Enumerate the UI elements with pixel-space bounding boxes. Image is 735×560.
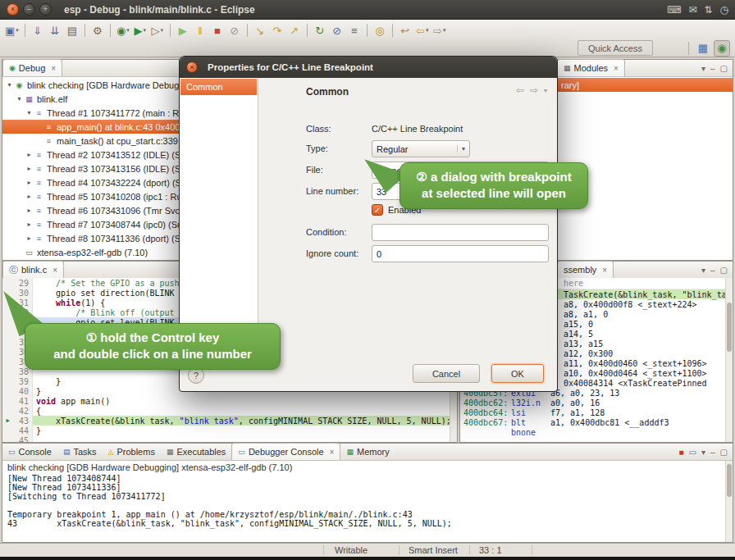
debug-icon[interactable]: ◉▾	[115, 22, 131, 39]
window-minimize-icon[interactable]: –	[23, 3, 35, 16]
maximize-icon[interactable]: ▢	[720, 64, 728, 73]
quick-access-button[interactable]: Quick Access	[578, 40, 653, 56]
editor-line[interactable]: ▶43 xTaskCreate(&blink_task, "blink_task…	[2, 416, 450, 426]
debug-tree-item[interactable]: ▾▦blink.elf	[2, 92, 179, 106]
editor-line[interactable]: 41void app_main()	[2, 396, 450, 406]
debug-tree-item[interactable]: ▸≡Thread #7 1073408744 (ipc0) (Susp	[2, 217, 179, 231]
tab-debugger-console[interactable]: ▭Debugger Console×	[231, 443, 340, 460]
modules-selected-row[interactable]: rary]	[557, 78, 733, 92]
dialog-close-icon[interactable]: ×	[186, 61, 198, 73]
debug-tree-item[interactable]: ▾◉blink checking [GDB Hardware Debug	[2, 78, 179, 92]
expander-icon[interactable]: ▸	[25, 165, 34, 172]
keyboard-indicator-icon[interactable]: ⌨	[667, 4, 681, 16]
console-output[interactable]: blink checking [GDB Hardware Debugging] …	[2, 461, 725, 542]
new-wizard-icon[interactable]: ▣▾	[3, 22, 21, 39]
view-menu-icon[interactable]: ▾	[701, 64, 705, 73]
minimize-icon[interactable]: –	[710, 448, 715, 457]
ignore-count-field[interactable]	[372, 245, 549, 262]
debug-tree-item[interactable]: ▸≡Thread #3 1073413156 (IDLE) (Susp	[2, 162, 179, 175]
tab-debug[interactable]: ◉ Debug ×	[2, 59, 62, 76]
expander-icon[interactable]: ▾	[25, 109, 34, 116]
forward-icon[interactable]: ⇨	[530, 84, 538, 96]
help-button[interactable]: ?	[188, 367, 204, 384]
tab-modules[interactable]: ▦ Modules ×	[557, 59, 625, 76]
tab-disassembly[interactable]: ssembly ×	[557, 261, 614, 278]
terminate-icon[interactable]: ■	[209, 22, 226, 39]
build-icon[interactable]: ⚙	[89, 22, 106, 39]
close-icon[interactable]: ×	[614, 64, 619, 73]
line-number[interactable]: 42	[13, 406, 33, 416]
window-maximize-icon[interactable]: +	[39, 3, 52, 16]
external-tools-icon[interactable]: ▷▾	[149, 22, 166, 39]
category-common[interactable]: Common	[180, 79, 257, 95]
tab-problems[interactable]: ◬Problems	[103, 443, 161, 460]
line-number[interactable]: 40	[13, 386, 33, 396]
search-icon[interactable]: ◎	[372, 22, 388, 39]
mail-indicator-icon[interactable]: ✉	[688, 4, 696, 16]
forward-icon[interactable]: ⇨▾	[431, 22, 448, 39]
expander-icon[interactable]: ▸	[25, 151, 34, 158]
clock-indicator-icon[interactable]: ◷	[720, 4, 728, 16]
dialog-titlebar[interactable]: × Properties for C/C++ Line Breakpoint	[180, 57, 557, 78]
line-number[interactable]: 43	[13, 416, 33, 426]
enabled-checkbox[interactable]: ✓	[372, 204, 383, 216]
debug-tree-item[interactable]: ≡main_task() at cpu_start.c:339 0x4	[2, 134, 179, 148]
disassembly-scrollbar[interactable]	[725, 278, 733, 442]
line-number[interactable]: 45	[13, 435, 33, 442]
debug-tree-item[interactable]: ▭xtensa-esp32-elf-gdb (7.10)	[2, 245, 179, 259]
line-number[interactable]: 39	[13, 376, 33, 386]
debug-tree-item[interactable]: ▾≡Thread #1 1073411772 (main : Runn	[2, 106, 179, 120]
expander-icon[interactable]: ▾	[15, 95, 24, 102]
last-edit-location-icon[interactable]: ↩	[397, 22, 413, 39]
debug-tree-item[interactable]: ▸≡Thread #8 1073411336 (dport) (Sus	[2, 231, 179, 245]
network-indicator-icon[interactable]: ⇅	[704, 4, 712, 16]
minimize-icon[interactable]: –	[710, 266, 715, 275]
console-scrollbar[interactable]	[725, 461, 733, 542]
skip-breakpoints-icon[interactable]: ⊘	[329, 22, 345, 39]
expander-icon[interactable]: ▸	[25, 193, 34, 200]
debug-tree-item[interactable]: ≡app_main() at blink.c:43 0x400dbc	[2, 120, 179, 134]
minimize-icon[interactable]: –	[710, 64, 715, 73]
maximize-icon[interactable]: ▢	[720, 266, 728, 275]
debug-tree-item[interactable]: ▸≡Thread #6 1073431096 (Tmr Svc) (S	[2, 203, 179, 217]
expander-icon[interactable]: ▸	[25, 207, 34, 214]
expander-icon[interactable]: ▾	[5, 81, 14, 89]
save-all-icon[interactable]: ⇊	[47, 22, 63, 39]
expander-icon[interactable]: ▸	[25, 179, 34, 186]
tab-console[interactable]: ▭Console	[2, 443, 57, 460]
tab-blink-c[interactable]: ⓒ blink.c ×	[2, 261, 64, 278]
expander-icon[interactable]: ▸	[25, 221, 34, 228]
condition-field[interactable]	[372, 224, 549, 241]
line-number[interactable]: 44	[13, 426, 33, 435]
close-icon[interactable]: ×	[602, 266, 607, 275]
cancel-button[interactable]: Cancel	[413, 364, 480, 383]
resume-icon[interactable]: ▶	[175, 22, 191, 39]
restart-icon[interactable]: ↻	[312, 22, 328, 39]
open-perspective-icon[interactable]: ▦	[695, 40, 711, 57]
view-menu-icon[interactable]: ▾	[701, 448, 705, 457]
tab-executables[interactable]: ▦Executables	[161, 443, 231, 460]
print-icon[interactable]: ▤	[64, 22, 80, 39]
debug-tree-item[interactable]: ▸≡Thread #2 1073413512 (IDLE) (Susp	[2, 148, 179, 162]
editor-line[interactable]: 45	[2, 435, 450, 442]
step-into-icon[interactable]: ↘	[252, 22, 268, 39]
close-icon[interactable]: ×	[52, 266, 57, 275]
close-icon[interactable]: ×	[330, 448, 335, 457]
editor-line[interactable]: 42{	[2, 406, 450, 416]
window-close-icon[interactable]: ×	[7, 3, 19, 16]
back-icon[interactable]: ⇦	[516, 84, 524, 96]
view-menu-icon[interactable]: ▾	[544, 87, 547, 94]
close-icon[interactable]: ×	[51, 64, 56, 73]
debug-tree-item[interactable]: ▸≡Thread #4 1073432224 (dport) (Sus	[2, 175, 179, 189]
maximize-icon[interactable]: ▢	[720, 448, 728, 457]
expander-icon[interactable]: ▸	[25, 234, 34, 242]
suspend-icon[interactable]: ‖	[192, 22, 208, 39]
save-icon[interactable]: ⇓	[30, 22, 46, 39]
instruction-stepping-icon[interactable]: ≡	[346, 22, 363, 39]
tab-memory[interactable]: ▦Memory	[340, 443, 395, 460]
console-display-icon[interactable]: ▭	[689, 448, 696, 457]
line-number[interactable]: 41	[13, 396, 33, 406]
back-icon[interactable]: ⇦▾	[414, 22, 431, 39]
disconnect-icon[interactable]: ⊘	[226, 22, 243, 39]
tab-tasks[interactable]: ▤Tasks	[57, 443, 103, 460]
